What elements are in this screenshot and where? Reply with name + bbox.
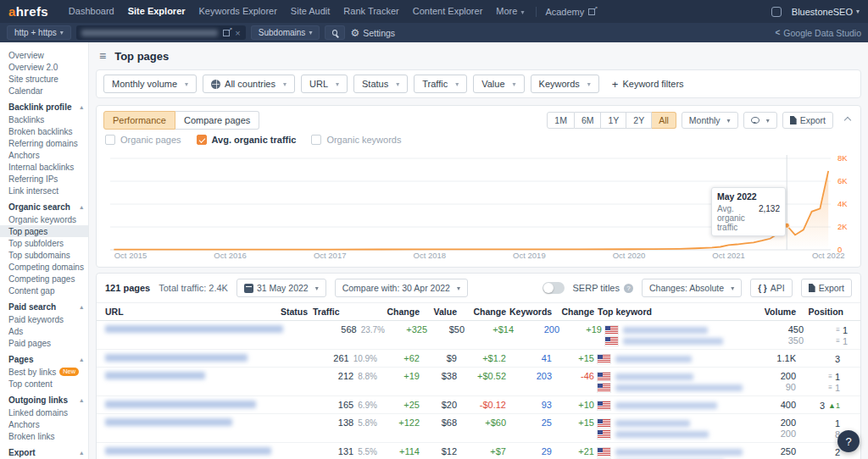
column-header-status-1[interactable]: Status xyxy=(279,307,309,317)
sidebar-section-paid-search[interactable]: Paid search▴ xyxy=(0,296,88,313)
column-header-change-3[interactable]: Change xyxy=(381,307,420,317)
scope-dropdown[interactable]: Subdomains▾ xyxy=(251,25,320,40)
range-1y[interactable]: 1Y xyxy=(601,112,626,129)
sidebar-item-broken-links[interactable]: Broken links xyxy=(0,430,88,442)
sidebar-item-paid-keywords[interactable]: Paid keywords xyxy=(0,313,88,325)
blurred-keyword-link[interactable] xyxy=(615,402,717,409)
checkbox-organic-keywords[interactable]: Organic keywords xyxy=(311,135,401,145)
serp-titles-toggle[interactable] xyxy=(542,282,565,294)
keywords-count[interactable]: 25 xyxy=(509,418,552,428)
menu-icon[interactable]: ≡ xyxy=(99,49,106,63)
sidebar-item-internal-backlinks[interactable]: Internal backlinks xyxy=(0,161,88,173)
sidebar-item-overview-2-0[interactable]: Overview 2.0 xyxy=(0,61,88,73)
nav-item-more[interactable]: More▾ xyxy=(489,0,531,24)
compare-date-picker[interactable]: Compare with: 30 Apr 2022▾ xyxy=(335,279,468,297)
blurred-url-link[interactable] xyxy=(105,325,283,333)
sidebar-section-backlink-profile[interactable]: Backlink profile▴ xyxy=(0,97,88,113)
filter-monthly-volume[interactable]: Monthly volume▾ xyxy=(103,75,197,93)
date-picker[interactable]: 31 May 2022▾ xyxy=(236,279,326,297)
keywords-count[interactable]: 203 xyxy=(509,371,552,381)
sidebar-item-ads[interactable]: Ads xyxy=(0,325,88,337)
blurred-keyword-link[interactable] xyxy=(615,356,692,362)
collapse-chart-icon[interactable] xyxy=(844,117,851,124)
column-header-url-0[interactable]: URL xyxy=(105,307,275,317)
clear-input-icon[interactable]: × xyxy=(235,28,240,38)
blurred-keyword-link[interactable] xyxy=(615,384,743,391)
blurred-url-link[interactable] xyxy=(105,418,232,426)
sidebar-section-outgoing-links[interactable]: Outgoing links▴ xyxy=(0,390,88,406)
settings-button[interactable]: ⚙Settings xyxy=(350,27,395,39)
sidebar-item-overview[interactable]: Overview xyxy=(0,49,88,61)
sidebar-item-calendar[interactable]: Calendar xyxy=(0,85,88,97)
blurred-url-link[interactable] xyxy=(105,354,248,362)
blurred-url-link[interactable] xyxy=(105,372,205,379)
sidebar-item-organic-keywords[interactable]: Organic keywords xyxy=(0,213,88,225)
blurred-keyword-link[interactable] xyxy=(623,338,723,345)
sidebar-item-paid-pages[interactable]: Paid pages xyxy=(0,337,88,349)
blurred-keyword-link[interactable] xyxy=(615,420,690,427)
chat-icon[interactable] xyxy=(771,7,782,17)
blurred-keyword-link[interactable] xyxy=(623,327,708,334)
column-header-change-7[interactable]: Change xyxy=(555,307,594,317)
filter-value[interactable]: Value▾ xyxy=(473,75,524,93)
sidebar-item-backlinks[interactable]: Backlinks xyxy=(0,113,88,125)
help-icon[interactable]: ? xyxy=(624,284,633,293)
blurred-keyword-link[interactable] xyxy=(615,373,693,380)
range-2y[interactable]: 2Y xyxy=(626,112,652,129)
tab-performance[interactable]: Performance xyxy=(103,111,175,130)
sidebar-item-top-content[interactable]: Top content xyxy=(0,378,88,390)
sidebar-item-site-structure[interactable]: Site structure xyxy=(0,73,88,85)
sidebar-item-referring-domains[interactable]: Referring domains xyxy=(0,137,88,149)
range-1m[interactable]: 1M xyxy=(547,112,575,129)
sidebar-item-anchors[interactable]: Anchors xyxy=(0,149,88,161)
sidebar-item-competing-domains[interactable]: Competing domains xyxy=(0,261,88,273)
column-header-traffic-2[interactable]: Traffic xyxy=(313,307,377,317)
column-header-top-keyword-8[interactable]: Top keyword xyxy=(598,307,748,317)
sidebar-section-organic-search[interactable]: Organic search▴ xyxy=(0,196,88,213)
notes-dropdown[interactable]: ▾ xyxy=(743,112,777,129)
blurred-url-link[interactable] xyxy=(105,401,256,408)
nav-item-content-explorer[interactable]: Content Explorer xyxy=(406,0,490,24)
changes-dropdown[interactable]: Changes: Absolute▾ xyxy=(642,279,742,297)
sidebar-section-pages[interactable]: Pages▴ xyxy=(0,349,88,366)
sidebar-item-competing-pages[interactable]: Competing pages xyxy=(0,273,88,285)
tab-compare-pages[interactable]: Compare pages xyxy=(175,111,259,130)
keyword-filters-button[interactable]: + Keyword filters xyxy=(612,78,684,91)
target-input[interactable]: × xyxy=(76,25,246,40)
filter-all-countries[interactable]: All countries▾ xyxy=(203,75,295,93)
range-6m[interactable]: 6M xyxy=(575,112,602,129)
open-target-icon[interactable] xyxy=(223,30,230,36)
sidebar-item-broken-backlinks[interactable]: Broken backlinks xyxy=(0,125,88,137)
sidebar-item-referring-ips[interactable]: Referring IPs xyxy=(0,173,88,185)
nav-item-keywords-explorer[interactable]: Keywords Explorer xyxy=(192,0,284,24)
search-button[interactable] xyxy=(325,25,345,40)
sidebar-item-best-by-links[interactable]: Best by linksNew xyxy=(0,366,88,378)
account-menu[interactable]: BluestoneSEO▾ xyxy=(792,7,860,17)
filter-traffic[interactable]: Traffic▾ xyxy=(414,75,467,93)
nav-item-rank-tracker[interactable]: Rank Tracker xyxy=(337,0,405,24)
range-all[interactable]: All xyxy=(652,112,676,129)
column-header-value-4[interactable]: Value xyxy=(423,307,457,317)
sidebar-item-link-intersect[interactable]: Link intersect xyxy=(0,185,88,196)
nav-item-site-explorer[interactable]: Site Explorer xyxy=(121,0,192,24)
keywords-count[interactable]: 93 xyxy=(509,400,552,410)
api-button[interactable]: { }API xyxy=(750,279,793,297)
column-header-position-10[interactable]: Position xyxy=(799,307,852,317)
sidebar-item-top-pages[interactable]: Top pages xyxy=(0,225,88,237)
sidebar-item-top-subdomains[interactable]: Top subdomains xyxy=(0,249,88,261)
keywords-count[interactable]: 29 xyxy=(509,446,552,456)
filter-url[interactable]: URL▾ xyxy=(301,75,348,93)
blurred-keyword-link[interactable] xyxy=(615,449,743,456)
blurred-url-link[interactable] xyxy=(105,447,271,455)
column-header-change-5[interactable]: Change xyxy=(460,307,506,317)
keywords-count[interactable]: 41 xyxy=(509,353,552,363)
checkbox-avg-organic-traffic[interactable]: Avg. organic traffic xyxy=(197,135,297,145)
google-data-studio-link[interactable]: <Google Data Studio xyxy=(776,28,862,38)
column-header-keywords-6[interactable]: Keywords xyxy=(509,307,552,317)
sidebar-item-linked-domains[interactable]: Linked domains xyxy=(0,406,88,418)
nav-item-site-audit[interactable]: Site Audit xyxy=(284,0,337,24)
filter-keywords[interactable]: Keywords▾ xyxy=(531,75,599,93)
sidebar-item-anchors[interactable]: Anchors xyxy=(0,418,88,430)
help-button[interactable]: ? xyxy=(837,430,860,452)
interval-dropdown[interactable]: Monthly▾ xyxy=(682,112,738,129)
